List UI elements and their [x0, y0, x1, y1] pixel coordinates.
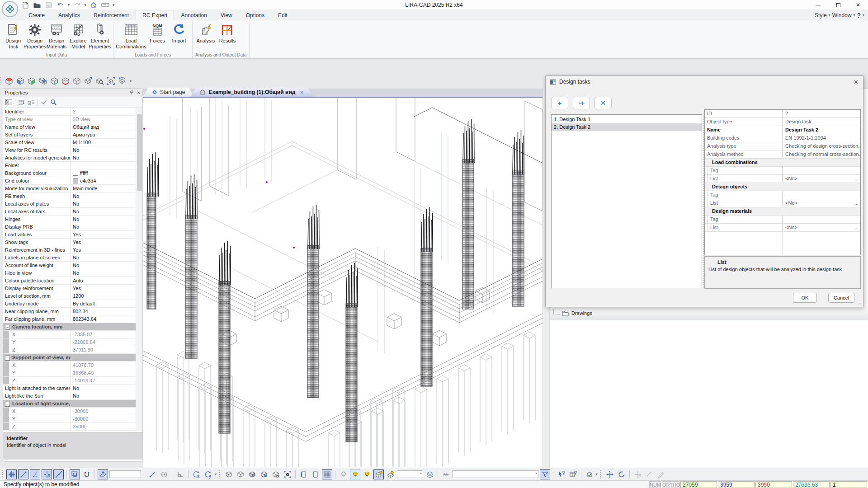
import-button[interactable]: Import [169, 21, 189, 44]
table-funnel-icon[interactable] [568, 469, 578, 479]
property-row[interactable]: Account of line weight No [3, 262, 142, 269]
property-value[interactable]: No [71, 385, 136, 392]
dialog-table-row[interactable]: Design materials [705, 207, 860, 216]
ellipsis-button[interactable]: ... [854, 199, 859, 207]
center-point-icon[interactable] [159, 469, 169, 479]
property-value[interactable] [71, 323, 136, 330]
cube-wireframe-icon[interactable] [223, 469, 234, 479]
property-row[interactable]: Y 16368.40 [3, 369, 142, 377]
coordinate-cell[interactable]: 3959 [718, 481, 755, 488]
redo-icon[interactable] [73, 0, 82, 9]
bulb-on-icon[interactable] [362, 469, 372, 479]
property-row[interactable]: View for RC results No [3, 146, 142, 154]
ortho-indicator[interactable]: ORTHO [662, 481, 679, 488]
magnet-free-icon[interactable] [81, 469, 92, 479]
property-row[interactable]: Identifier 2 [3, 108, 142, 116]
app-logo-icon[interactable] [2, 1, 18, 17]
rotate-icon[interactable] [616, 469, 627, 479]
dialog-table-row[interactable]: ID 2 [705, 110, 860, 118]
dialog-table-value[interactable]: <No>... [783, 199, 860, 207]
dialog-resize-grip[interactable]: .:: [857, 302, 862, 306]
ribbon-tab[interactable]: Edit [271, 10, 294, 20]
dialog-table-value[interactable]: <No>... [783, 224, 860, 231]
property-value[interactable]: No [71, 254, 136, 261]
design-properties-button[interactable]: Design Properties [24, 21, 45, 49]
property-row[interactable]: Support point of view, mm [3, 354, 142, 361]
undo-dropdown-chevron-icon[interactable]: ▾ [68, 3, 70, 7]
property-row[interactable]: Mode for model visualization Main mode [3, 185, 142, 192]
property-value[interactable]: No [71, 223, 136, 230]
coordinate-cell[interactable]: 27636.63 [793, 481, 830, 488]
display-mode-combobox[interactable] [397, 470, 423, 478]
num-lock-indicator[interactable]: NUM [649, 481, 661, 488]
cube-plain-icon[interactable] [71, 76, 82, 86]
property-row[interactable]: Set of layers Арматура [3, 131, 142, 139]
dialog-table-value[interactable] [783, 191, 860, 199]
ruler-icon[interactable] [101, 0, 110, 9]
property-row[interactable]: Labels in plane of screen No [3, 254, 142, 262]
cursor-funnel-icon[interactable] [556, 469, 566, 479]
ellipsis-button[interactable]: ... [854, 224, 859, 231]
property-value[interactable]: By default [71, 300, 136, 307]
property-row[interactable]: Light like the Sun No [3, 392, 142, 400]
bulb-off-icon[interactable] [338, 469, 349, 479]
toolbar-grip[interactable] [0, 77, 2, 85]
cube-red-bottom-icon[interactable] [60, 76, 71, 86]
snap-value-input[interactable] [109, 470, 141, 478]
help-button[interactable]: ? [857, 12, 861, 19]
cube-arrow-icon[interactable] [83, 76, 93, 86]
dialog-table-value[interactable] [783, 167, 860, 174]
property-row[interactable]: Analytics for model generation No [3, 154, 142, 162]
coordinate-cell[interactable]: 1 [830, 481, 867, 488]
mesh-grid-icon[interactable] [322, 469, 332, 479]
property-value[interactable]: 2 [71, 108, 136, 115]
property-value[interactable]: No [71, 154, 136, 161]
panel-green-icon[interactable] [310, 469, 321, 479]
property-value[interactable]: ffffff [71, 169, 136, 177]
property-row[interactable]: Display reinforcement Yes [3, 285, 142, 292]
search-icon[interactable] [50, 99, 57, 105]
property-value[interactable]: Yes [71, 239, 136, 246]
dialog-table-row[interactable]: Tag [705, 191, 860, 199]
property-value[interactable]: Yes [71, 231, 136, 238]
alphabetical-icon[interactable] [18, 99, 25, 105]
toolbar-grip[interactable] [219, 470, 221, 479]
ribbon-tab[interactable]: Options [239, 10, 271, 20]
property-value[interactable]: c4c3d4 [71, 177, 136, 184]
dialog-table-row[interactable]: Name Design Task 2 [705, 126, 860, 134]
property-row[interactable]: Grid colour c4c3d4 [3, 177, 142, 185]
ribbon-tab[interactable]: RC Expert [136, 10, 174, 20]
property-row[interactable]: Far clipping plane, mm 802343.64 [3, 315, 142, 323]
toolbar-grip[interactable] [2, 470, 4, 479]
dialog-table-row[interactable]: Object type Design task [705, 118, 860, 126]
property-row[interactable]: Level of section, mm 1200 [3, 292, 142, 300]
property-value[interactable]: -21005.64 [71, 338, 136, 346]
style-menu[interactable]: Style [815, 12, 827, 19]
property-value[interactable]: 3D view [71, 116, 136, 123]
add-multiple-tasks-icon[interactable]: ++ [573, 97, 590, 109]
ribbon-tab[interactable]: View [214, 10, 239, 20]
property-value[interactable]: Арматура [71, 131, 136, 138]
property-value[interactable]: M 1:100 [71, 139, 136, 146]
coordinate-cell[interactable]: 3990 [755, 481, 792, 488]
cube-settings-icon[interactable] [270, 469, 281, 479]
property-row[interactable]: Local axes of plates No [3, 200, 142, 208]
dialog-table-value[interactable]: Design Task 2 [783, 126, 860, 134]
property-value[interactable]: Auto [71, 277, 136, 284]
cube-shaded-icon[interactable] [247, 469, 257, 479]
funnel-icon[interactable] [540, 469, 550, 479]
cube-select-icon[interactable] [105, 76, 116, 86]
property-row[interactable]: Show tags Yes [3, 239, 142, 246]
dialog-table-row[interactable]: Building codes EN 1992-1-1:2004 [705, 134, 860, 142]
dialog-table-row[interactable]: Load combinations [705, 159, 860, 167]
property-value[interactable] [71, 162, 136, 169]
dialog-table-value[interactable]: <No>... [783, 175, 860, 183]
dialog-table-row[interactable]: Tag [705, 167, 860, 175]
property-value[interactable]: Main mode [71, 185, 136, 192]
line-snap-icon[interactable] [18, 469, 28, 479]
cube-blue-front-icon[interactable] [15, 76, 25, 86]
dialog-table-value[interactable]: Checking of normal cross-section... [783, 150, 860, 158]
bulb-highlight-icon[interactable] [350, 469, 360, 479]
property-value[interactable]: No [71, 192, 136, 200]
property-row[interactable]: Hinges No [3, 216, 142, 223]
